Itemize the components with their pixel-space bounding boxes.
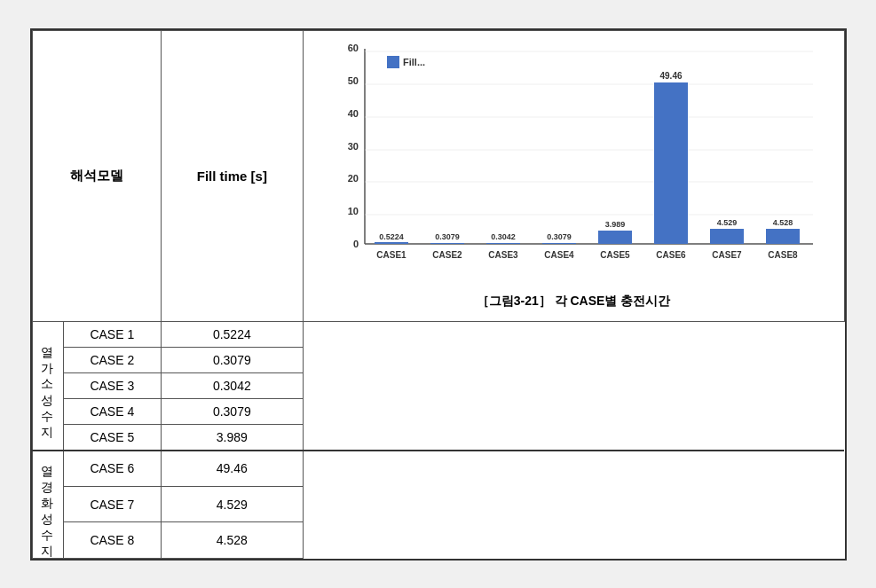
bar-case5 [598,231,632,244]
svg-text:0.3042: 0.3042 [491,232,516,241]
table-row: CASE 5 3.989 [32,424,844,451]
svg-text:50: 50 [348,75,359,86]
svg-text:20: 20 [348,173,359,184]
bar-case4 [542,243,576,244]
case5-fill-time: 3.989 [162,424,303,451]
bar-case6 [654,82,688,244]
svg-text:0.3079: 0.3079 [547,232,572,241]
chart-caption: ［그림3-21］ 각 CASE별 충전시간 [312,294,835,310]
svg-text:CASE1: CASE1 [376,250,406,260]
group2-label: 열경화성수지 [32,451,63,559]
svg-text:CASE3: CASE3 [488,250,518,260]
col1-header: 해석모델 [32,30,162,321]
chart-container: 0 10 20 30 40 50 60 [316,40,831,288]
case8-label: CASE 8 [63,522,162,558]
main-container: 해석모델 Fill time [s] [30,28,847,561]
table-row: CASE 7 4.529 [32,486,844,521]
case7-label: CASE 7 [63,486,162,521]
case8-fill-time: 4.528 [162,522,303,558]
bar-case7 [710,229,744,244]
svg-text:40: 40 [348,108,359,119]
bar-case3 [486,243,520,244]
case3-label: CASE 3 [63,372,162,398]
svg-text:10: 10 [348,206,359,216]
case1-fill-time: 0.5224 [162,321,303,347]
svg-text:0.5224: 0.5224 [379,232,404,241]
table-row: 열경화성수지 CASE 6 49.46 [32,451,844,487]
case3-fill-time: 0.3042 [162,372,303,398]
case5-label: CASE 5 [63,424,162,451]
case2-fill-time: 0.3079 [162,347,303,372]
svg-text:CASE4: CASE4 [544,250,574,260]
bar-case1 [375,242,408,244]
svg-text:CASE2: CASE2 [432,250,462,260]
chart-area: 0 10 20 30 40 50 60 [304,31,844,321]
data-table: 해석모델 Fill time [s] [32,30,845,559]
svg-text:3.989: 3.989 [605,220,626,229]
svg-text:30: 30 [348,141,359,152]
svg-text:CASE8: CASE8 [768,250,798,260]
case6-fill-time: 49.46 [162,451,303,487]
case4-fill-time: 0.3079 [162,398,303,424]
table-row: CASE 4 0.3079 [32,398,844,424]
bar-case8 [766,229,800,244]
table-row: CASE 8 4.528 [32,522,844,558]
group1-label: 열가소성수지 [32,321,63,451]
chart-svg: 0 10 20 30 40 50 60 [316,40,831,288]
legend-label: Fill... [403,57,425,67]
case6-label: CASE 6 [63,451,162,487]
col2-header: Fill time [s] [162,30,303,321]
svg-text:4.529: 4.529 [717,218,738,227]
chart-cell: 0 10 20 30 40 50 60 [303,30,844,321]
svg-text:CASE5: CASE5 [600,250,630,260]
case7-fill-time: 4.529 [162,486,303,521]
case2-label: CASE 2 [63,347,162,372]
svg-text:CASE7: CASE7 [712,250,742,260]
table-row: CASE 3 0.3042 [32,372,844,398]
svg-text:0: 0 [353,239,359,249]
svg-text:4.528: 4.528 [773,218,793,227]
table-row: 열가소성수지 CASE 1 0.5224 [32,321,844,347]
svg-text:49.46: 49.46 [659,71,682,81]
legend-icon [387,56,399,68]
case1-label: CASE 1 [63,321,162,347]
case4-label: CASE 4 [63,398,162,424]
svg-text:60: 60 [348,43,359,53]
svg-text:0.3079: 0.3079 [435,232,460,241]
bar-case2 [430,243,464,244]
table-row: CASE 2 0.3079 [32,347,844,372]
svg-text:CASE6: CASE6 [656,250,686,260]
